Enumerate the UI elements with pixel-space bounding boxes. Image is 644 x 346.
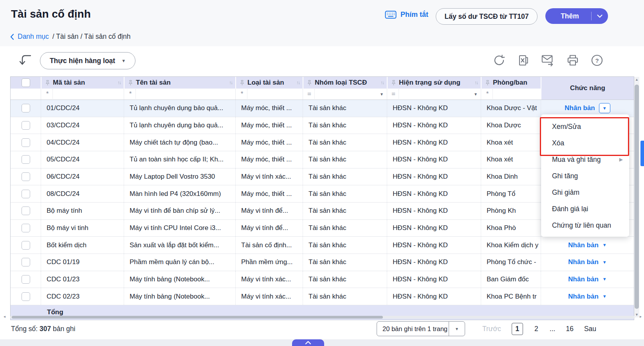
vertical-scrollbar-thumb[interactable] <box>635 85 639 309</box>
chevron-up-icon <box>305 341 311 344</box>
row-checkbox-cell <box>11 220 41 237</box>
filter-input[interactable] <box>52 89 122 99</box>
chevron-left-icon[interactable] <box>10 34 14 40</box>
filter-operator: = <box>390 90 397 98</box>
chevron-down-icon[interactable]: ▼ <box>380 92 385 96</box>
pin-icon[interactable] <box>45 80 50 86</box>
chevron-down-icon[interactable]: ▼ <box>603 294 607 299</box>
asset-type-cell: Máy vi tính xác... <box>235 288 303 305</box>
page-size-select[interactable]: 20 bản ghi trên 1 trang ▼ <box>377 321 465 336</box>
menu-item-4[interactable]: Ghi giảm <box>541 184 629 201</box>
row-checkbox[interactable] <box>22 104 30 112</box>
help-icon[interactable]: ? <box>590 54 604 67</box>
column-header-1[interactable]: Tên tài sản↑↓ <box>124 77 235 89</box>
add-button[interactable]: Thêm <box>545 8 608 24</box>
sort-arrows-icon[interactable]: ↑↓ <box>296 80 299 85</box>
filter-input[interactable] <box>314 89 378 99</box>
chevron-down-icon[interactable] <box>592 14 608 18</box>
duplicate-button[interactable]: Nhân bản▼ <box>541 237 634 254</box>
page-size-value: 20 bản ghi trên 1 trang <box>377 322 449 336</box>
asset-group-cell: Tài sản khác <box>303 237 387 254</box>
prev-page-button[interactable]: Trước <box>482 325 501 333</box>
duplicate-button[interactable]: Nhân bản▼ <box>541 254 634 271</box>
refresh-icon[interactable] <box>492 54 506 67</box>
pin-icon[interactable] <box>391 80 396 86</box>
scroll-down-arrow-icon[interactable]: ▼ <box>635 313 639 317</box>
pin-icon[interactable] <box>128 80 133 86</box>
duplicate-button[interactable]: Nhân bản▼ <box>541 271 634 288</box>
print-icon[interactable] <box>566 54 579 67</box>
filter-input[interactable] <box>135 89 233 99</box>
pin-icon[interactable] <box>485 80 490 86</box>
row-checkbox[interactable] <box>22 275 30 284</box>
breadcrumb-root-link[interactable]: Danh mục <box>18 33 49 41</box>
row-checkbox[interactable] <box>22 224 30 232</box>
get-tscd-balance-button[interactable]: Lấy số dư TSCĐ từ TT107 <box>436 8 538 25</box>
sort-arrows-icon[interactable]: ↑↓ <box>474 80 478 85</box>
horizontal-scrollbar-thumb[interactable] <box>12 316 383 319</box>
collapse-panel-tab[interactable] <box>292 339 324 346</box>
filter-input[interactable] <box>247 89 301 99</box>
docked-panel-tab[interactable] <box>640 141 644 166</box>
column-header-0[interactable]: Mã tài sản↑↓ <box>41 77 124 89</box>
column-header-label: Tên tài sản <box>136 79 226 87</box>
duplicate-button[interactable]: Nhân bản▼ <box>541 288 634 305</box>
menu-item-6[interactable]: Chứng từ liên quan <box>541 217 629 234</box>
chevron-down-icon[interactable]: ▼ <box>603 277 607 281</box>
chevron-down-icon[interactable]: ▼ <box>474 92 479 96</box>
scroll-left-arrow-icon[interactable]: ◂ <box>4 314 5 319</box>
column-header-4[interactable]: Hiện trạng sử dụng↑↓ <box>387 77 481 89</box>
row-checkbox[interactable] <box>22 172 30 181</box>
pin-icon[interactable] <box>240 80 244 86</box>
menu-item-0[interactable]: Xem/Sửa <box>541 118 629 135</box>
row-checkbox[interactable] <box>22 121 30 130</box>
page-ellipsis[interactable]: ... <box>550 325 556 333</box>
curved-down-arrow-icon[interactable] <box>20 53 32 67</box>
chevron-down-icon[interactable]: ▼ <box>599 103 610 113</box>
table-row: 06/CDC/24Máy Laptop Dell Vostro 3530Máy … <box>11 168 634 186</box>
menu-item-1[interactable]: Xóa <box>541 135 629 151</box>
row-checkbox[interactable] <box>22 258 30 266</box>
page-button-2[interactable]: 2 <box>534 325 539 333</box>
row-checkbox[interactable] <box>22 190 30 198</box>
sort-arrows-icon[interactable]: ↑↓ <box>117 80 121 85</box>
column-header-2[interactable]: Loại tài sản↑↓ <box>235 77 303 89</box>
page-button-1[interactable]: 1 <box>512 323 523 335</box>
scroll-right-arrow-icon[interactable]: ▸ <box>640 314 642 319</box>
select-all-checkbox[interactable] <box>22 78 30 87</box>
row-checkbox[interactable] <box>22 241 30 250</box>
excel-export-icon[interactable] <box>517 54 530 67</box>
menu-item-5[interactable]: Đánh giá lại <box>541 201 629 217</box>
row-checkbox[interactable] <box>22 292 30 301</box>
bulk-actions-button[interactable]: Thực hiện hàng loạt ▼ <box>40 52 135 69</box>
usage-status-cell: HĐSN - Không KD <box>387 185 481 202</box>
asset-name-cell: Màn hình led P4 (320x160mm) <box>124 185 235 202</box>
filter-input[interactable] <box>492 89 539 99</box>
shortcut-button[interactable]: Phím tắt <box>385 11 428 19</box>
menu-item-2[interactable]: Mua và ghi tăng▶ <box>541 151 629 168</box>
scroll-up-arrow-icon[interactable]: ▲ <box>635 78 639 82</box>
sort-arrows-icon[interactable]: ↑↓ <box>381 80 384 85</box>
chevron-down-icon[interactable]: ▼ <box>449 322 465 336</box>
row-checkbox[interactable] <box>22 207 30 215</box>
next-page-button[interactable]: Sau <box>584 325 596 333</box>
asset-code-cell: 03/CDC/24 <box>41 117 124 134</box>
table-row: 03/CDC/24Tủ lạnh chuyên dụng bảo quả...M… <box>11 117 634 134</box>
chevron-down-icon[interactable]: ▼ <box>603 243 607 247</box>
pin-icon[interactable] <box>307 80 312 86</box>
asset-code-cell: CDC 02/23 <box>41 288 124 305</box>
asset-code-cell: 04/CDC/24 <box>41 134 124 151</box>
chevron-down-icon[interactable]: ▼ <box>603 260 607 264</box>
column-header-3[interactable]: Nhóm loại TSCĐ↑↓ <box>303 77 387 89</box>
filter-input[interactable] <box>399 89 472 99</box>
row-checkbox[interactable] <box>22 155 30 164</box>
row-checkbox[interactable] <box>22 138 30 147</box>
keyboard-icon <box>385 11 397 19</box>
column-header-5[interactable]: Phòng/ban <box>481 77 541 89</box>
sort-arrows-icon[interactable]: ↑↓ <box>229 80 232 85</box>
asset-name-cell: Máy chiết tách tự động (bao... <box>124 134 235 151</box>
menu-item-3[interactable]: Ghi tăng <box>541 168 629 184</box>
page-title: Tài sản cố định <box>11 8 91 20</box>
page-button-16[interactable]: 16 <box>566 325 573 333</box>
send-email-icon[interactable] <box>541 54 554 67</box>
